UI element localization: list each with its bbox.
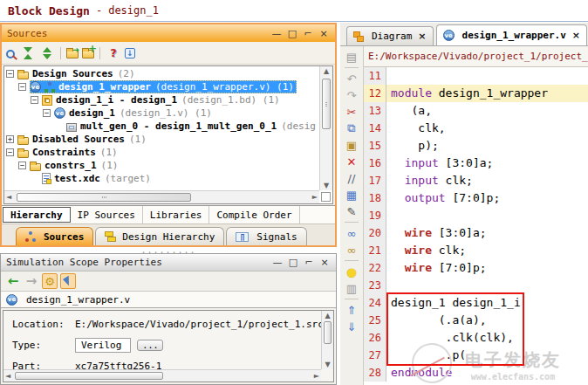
scroll-right-icon[interactable]: ► xyxy=(312,193,318,201)
search-icon[interactable] xyxy=(6,50,15,58)
tree-expander-minus[interactable]: − xyxy=(31,96,38,104)
scrollbar-thumb[interactable] xyxy=(322,79,331,129)
cut-icon[interactable]: ✂ xyxy=(344,105,359,119)
line-number: 23 xyxy=(364,277,386,294)
scroll-left-icon[interactable]: ◄ xyxy=(5,372,10,380)
code-line[interactable]: 12module design_1_wrapper xyxy=(364,85,588,102)
paste-icon[interactable]: ▣ xyxy=(344,138,359,152)
properties-panel-header[interactable]: Simulation Scope Properties —□⌐× xyxy=(1,254,336,272)
close-tab-icon[interactable]: × xyxy=(418,31,426,42)
float-button[interactable]: ⌐ xyxy=(303,257,315,268)
tree-expander-plus[interactable]: + xyxy=(6,135,14,143)
scroll-down-icon[interactable]: ▼ xyxy=(320,182,332,189)
tree-item-suffix: (1) xyxy=(129,134,147,145)
code-line[interactable]: 18 output [7:0]p; xyxy=(364,189,588,207)
back-icon[interactable]: ← xyxy=(5,273,21,289)
maximize-button[interactable]: □ xyxy=(286,28,298,39)
help-icon[interactable]: ? xyxy=(106,45,121,61)
sources-tree-vertical-scrollbar[interactable]: ▲ ▼ xyxy=(319,66,332,190)
tree-item[interactable]: −design_1_wrapper(design_1_wrapper.v) (1… xyxy=(6,80,318,93)
scroll-up-icon[interactable]: ▲ xyxy=(320,67,332,75)
view-tab-hierarchy[interactable]: Hierarchy xyxy=(3,207,71,223)
find-in-files-icon[interactable]: ∞ xyxy=(344,243,359,257)
copy-icon[interactable]: ⧉ xyxy=(344,121,359,135)
properties-vertical-scrollbar[interactable]: ▲ ▼ xyxy=(321,311,333,369)
save-file-icon[interactable]: ▤ xyxy=(344,50,359,64)
code-line[interactable]: 21 wire clk; xyxy=(364,242,588,259)
previous-icon[interactable]: ⇑ xyxy=(344,303,359,317)
scrollbar-thumb[interactable] xyxy=(15,372,163,380)
next-icon[interactable]: ⇓ xyxy=(344,320,359,333)
tree-item[interactable]: mult_gen_0 - design_1_mult_gen_0_1(desig xyxy=(6,120,318,133)
maximize-button[interactable]: □ xyxy=(287,257,299,268)
tree-item[interactable]: −design_1_i - design_1(design_1.bd) (1) xyxy=(6,93,318,107)
panel-splitter[interactable] xyxy=(0,247,337,253)
collapse-all-icon[interactable] xyxy=(20,45,36,61)
scroll-to-selected-icon[interactable] xyxy=(125,48,135,58)
sources-tree[interactable]: −Design Sources(2)−design_1_wrapper(desi… xyxy=(6,67,318,190)
undo-icon[interactable]: ↶ xyxy=(344,72,359,86)
code-line[interactable]: 17 input clk; xyxy=(364,172,588,189)
code-line[interactable]: 14 clk, xyxy=(364,120,588,137)
tab-design-hierarchy[interactable]: Design Hierarchy xyxy=(95,227,224,245)
scrollbar-thumb[interactable] xyxy=(324,321,332,344)
tree-item[interactable]: test.xdc(target) xyxy=(6,172,318,185)
tree-expander-minus[interactable]: − xyxy=(43,109,51,117)
code-line[interactable]: 20 wire [3:0]a; xyxy=(364,224,588,242)
tree-expander-minus[interactable]: − xyxy=(18,83,26,91)
tree-expander-minus[interactable]: − xyxy=(6,148,14,156)
find-icon[interactable]: ∞ xyxy=(344,226,359,240)
view-tab-compile-order[interactable]: Compile Order xyxy=(209,206,299,223)
tree-expander-minus[interactable]: − xyxy=(6,70,14,78)
scroll-left-icon[interactable]: ◄ xyxy=(6,193,11,201)
scrollbar-thumb[interactable] xyxy=(17,193,191,202)
tree-item[interactable]: −Design Sources(2) xyxy=(6,67,318,80)
close-button[interactable]: × xyxy=(318,28,330,39)
add-sources-icon[interactable] xyxy=(82,50,94,58)
code-line[interactable]: 23 xyxy=(364,277,588,294)
tab-signals[interactable]: Signals xyxy=(226,227,306,245)
paste-pattern-icon[interactable]: ▥ xyxy=(344,281,359,295)
code-line[interactable]: 13 (a, xyxy=(364,102,588,120)
editor-tab-design-1-wrapper-v[interactable]: design_1_wrapper.v× xyxy=(436,24,587,45)
sources-tree-horizontal-scrollbar[interactable]: ◄ ► xyxy=(4,190,319,203)
code-line[interactable]: 22 wire [7:0]p; xyxy=(364,259,588,277)
tree-expander-minus[interactable]: − xyxy=(18,162,26,169)
tab-sources[interactable]: Sources xyxy=(16,227,93,245)
edit-line-icon[interactable]: ✎ xyxy=(344,204,359,218)
edit-sources-icon[interactable] xyxy=(66,50,79,58)
view-tab-libraries[interactable]: Libraries xyxy=(143,206,210,223)
code-line[interactable]: 15 p); xyxy=(364,137,588,155)
redo-icon[interactable]: ↷ xyxy=(344,88,359,102)
comment-icon[interactable]: // xyxy=(344,171,359,185)
view-tab-ip-sources[interactable]: IP Sources xyxy=(71,206,143,223)
code-line[interactable]: 19 xyxy=(364,207,588,224)
tree-item[interactable]: −Constraints(1) xyxy=(6,146,318,159)
properties-horizontal-scrollbar[interactable]: ◄ ► xyxy=(3,369,321,382)
tree-item[interactable]: +Disabled Sources(1) xyxy=(6,133,318,146)
lightbulb-icon[interactable]: ● xyxy=(344,265,359,278)
float-button[interactable]: ⌐ xyxy=(302,28,314,39)
close-button[interactable]: × xyxy=(318,257,331,268)
close-tab-icon[interactable]: × xyxy=(572,30,580,41)
expand-all-icon[interactable] xyxy=(39,45,55,61)
more-button[interactable]: ... xyxy=(137,340,163,351)
sources-panel-header[interactable]: Sources —□⌐× xyxy=(2,24,335,42)
delete-icon[interactable]: ✕ xyxy=(344,155,359,168)
minimize-button[interactable]: — xyxy=(271,257,284,268)
block-select-icon[interactable]: ▦ xyxy=(344,188,359,202)
editor-tab-diagram[interactable]: Diagram× xyxy=(346,26,434,45)
code-line[interactable]: 16 input [3:0]a; xyxy=(364,155,588,172)
code-line[interactable]: 11 xyxy=(364,67,588,85)
scroll-right-icon[interactable]: ► xyxy=(314,372,319,380)
tree-item[interactable]: −constrs_1(1) xyxy=(6,159,318,172)
cursor-icon[interactable] xyxy=(60,273,76,289)
tree-item[interactable]: −design_1(design_1.v) (1) xyxy=(6,107,318,120)
forward-icon[interactable]: → xyxy=(24,273,39,289)
scroll-down-icon[interactable]: ▼ xyxy=(322,361,333,368)
scroll-up-icon[interactable]: ▲ xyxy=(322,312,333,320)
type-combo[interactable]: Verilog xyxy=(75,338,131,353)
properties-icon[interactable]: ⚙ xyxy=(42,273,58,289)
minimize-button[interactable]: — xyxy=(270,28,283,39)
code-area[interactable]: 1112module design_1_wrapper13 (a,14 clk,… xyxy=(364,67,588,385)
